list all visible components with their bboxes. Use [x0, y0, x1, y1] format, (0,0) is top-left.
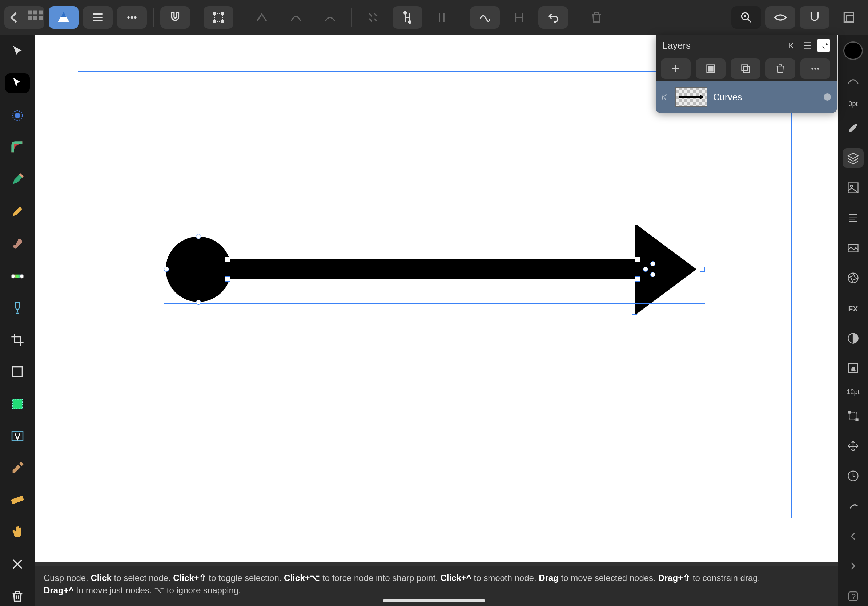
svg-point-15 [409, 21, 411, 23]
node-handle[interactable] [196, 234, 201, 239]
close-curve-button[interactable] [392, 6, 422, 29]
break-curve-button[interactable] [358, 6, 388, 29]
svg-point-50 [814, 68, 816, 70]
delete-node-button[interactable] [581, 6, 611, 29]
duplicate-icon [740, 63, 751, 74]
preview-button[interactable] [766, 6, 795, 29]
action1-button[interactable] [504, 6, 534, 29]
quick-menu-button[interactable] [800, 6, 829, 29]
collapse-icon[interactable] [787, 40, 797, 51]
trash2-icon [10, 589, 25, 603]
pen-tool[interactable] [5, 170, 30, 189]
persona-designer-button[interactable] [49, 6, 79, 29]
transform-studio[interactable] [843, 406, 863, 426]
layers-studio[interactable] [843, 148, 863, 168]
node-handle[interactable] [635, 257, 640, 262]
fill-tool[interactable] [5, 266, 30, 286]
colour-swatch[interactable] [843, 42, 863, 60]
brush-studio[interactable] [843, 118, 863, 138]
zoom-fit-button[interactable] [731, 6, 761, 29]
snapping-button[interactable] [160, 6, 190, 29]
smart-shape-tool[interactable] [5, 394, 30, 413]
convert-sharp-button[interactable] [247, 6, 277, 29]
prev-studio[interactable] [843, 496, 863, 516]
history-studio[interactable] [843, 466, 863, 486]
contour-tool[interactable] [5, 105, 30, 125]
node-handle[interactable] [632, 220, 637, 225]
close-tool[interactable] [5, 554, 30, 574]
reverse-curve-button[interactable] [470, 6, 500, 29]
svg-point-30 [851, 185, 853, 187]
svg-rect-39 [856, 419, 858, 421]
node-handle[interactable] [650, 272, 656, 277]
styles-studio[interactable] [843, 328, 863, 348]
add-layer-button[interactable] [661, 59, 691, 79]
adjust-studio[interactable] [843, 268, 863, 288]
help-studio[interactable]: ? [843, 586, 863, 606]
character-studio[interactable]: a [843, 358, 863, 378]
stock-studio[interactable] [843, 238, 863, 258]
svg-rect-10 [213, 12, 215, 14]
transparency-tool[interactable] [5, 298, 30, 317]
layer-visibility-toggle[interactable] [824, 93, 831, 100]
convert-smart-button[interactable] [315, 6, 345, 29]
navigator-studio[interactable] [843, 436, 863, 456]
left-arrow-studio[interactable] [843, 526, 863, 546]
node-handle[interactable] [700, 267, 705, 272]
svg-rect-18 [844, 13, 853, 22]
list-icon[interactable] [802, 40, 813, 51]
svg-rect-46 [708, 66, 713, 71]
svg-text:?: ? [852, 592, 856, 600]
pin-panel-button[interactable] [817, 39, 830, 52]
ruler-tool[interactable] [5, 490, 30, 510]
action2-button[interactable] [538, 6, 568, 29]
delete-tool[interactable] [5, 586, 30, 606]
node-handle[interactable] [643, 267, 648, 272]
transform-mode-button[interactable] [203, 6, 233, 29]
help-icon: ? [846, 590, 860, 603]
node-tool[interactable] [5, 73, 30, 93]
canvas-viewport[interactable] [35, 35, 838, 566]
node-handle[interactable] [225, 277, 230, 281]
image-icon [846, 241, 860, 255]
join-curves-button[interactable] [427, 6, 457, 29]
colour-picker-tool[interactable] [5, 458, 30, 478]
fx-studio[interactable]: FX [843, 298, 863, 318]
back-home-button[interactable] [5, 6, 44, 29]
status-line-1: Cusp node. Click to select node. Click+⇧… [43, 572, 829, 584]
assets-studio[interactable] [843, 178, 863, 198]
layer-row[interactable]: K Curves [656, 81, 837, 113]
crop-tool[interactable] [5, 330, 30, 349]
brush-tool[interactable] [5, 233, 30, 253]
node-handle[interactable] [632, 314, 637, 319]
edit-menu-button[interactable] [117, 6, 147, 29]
arrow-left-icon [5, 8, 23, 27]
crop-icon [10, 332, 25, 347]
layer-options-button[interactable] [800, 59, 830, 79]
layer-name: Curves [713, 92, 742, 102]
hand-tool[interactable] [5, 522, 30, 542]
text-studio[interactable] [843, 208, 863, 228]
move-tool[interactable] [5, 42, 30, 61]
delete-layer-button[interactable] [766, 59, 795, 79]
right-studio-strip: 0pt FX a 12pt ? [838, 35, 868, 606]
corner-tool[interactable] [5, 138, 30, 157]
node-handle[interactable] [196, 300, 201, 305]
right-arrow-studio[interactable] [843, 556, 863, 576]
group-layer-button[interactable] [731, 59, 760, 79]
mask-layer-button[interactable] [696, 59, 725, 79]
node-handle[interactable] [225, 257, 230, 262]
node-handle[interactable] [635, 277, 640, 281]
svg-point-7 [131, 16, 133, 19]
shape-tool[interactable] [5, 362, 30, 382]
node-handle[interactable] [164, 267, 169, 272]
node-handle[interactable] [650, 261, 656, 266]
fullscreen-button[interactable] [834, 6, 863, 29]
document-menu-button[interactable] [83, 6, 113, 29]
convert-smooth-button[interactable] [281, 6, 311, 29]
pencil-tool[interactable] [5, 202, 30, 221]
pencil-icon [10, 204, 25, 219]
text-tool[interactable] [5, 426, 30, 446]
stroke-studio[interactable] [843, 70, 863, 90]
layers-panel-title: Layers [662, 40, 691, 51]
